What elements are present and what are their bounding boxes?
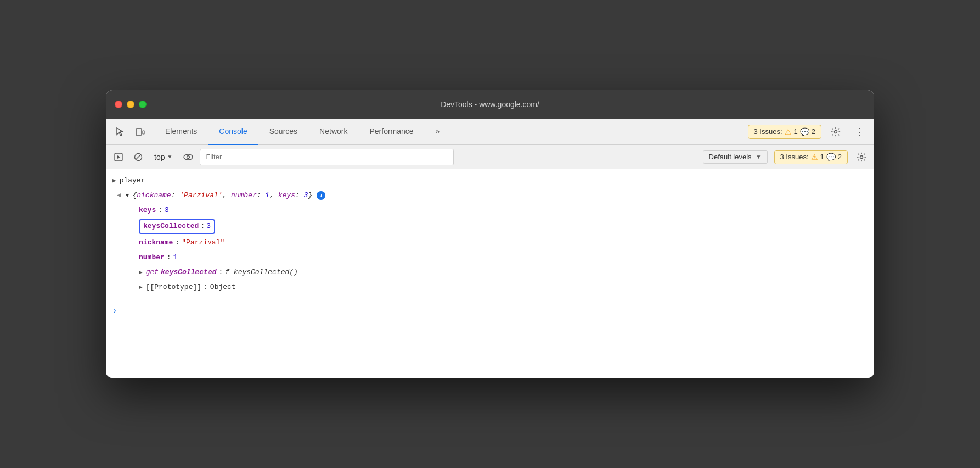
- filter-input[interactable]: [200, 149, 454, 165]
- svg-marker-4: [117, 155, 120, 159]
- info-icon[interactable]: i: [317, 191, 325, 200]
- console-settings-button[interactable]: [853, 149, 870, 165]
- tab-list: Elements Console Sources Network Perform…: [154, 119, 450, 144]
- cursor-prompt-icon: ›: [112, 307, 117, 315]
- colon: :: [204, 282, 208, 293]
- log-levels-dropdown[interactable]: Default levels ▼: [703, 150, 768, 164]
- tab-performance[interactable]: Performance: [358, 119, 424, 145]
- console-group-player[interactable]: ▶ player: [106, 174, 874, 188]
- expand-arrow-icon[interactable]: ▶: [112, 176, 116, 186]
- getter-key-label: keysCollected: [161, 267, 216, 278]
- dropdown-arrow-icon: ▼: [756, 154, 762, 160]
- svg-point-2: [835, 130, 837, 133]
- colon: :: [200, 221, 205, 232]
- devtools-window: DevTools - www.google.com/ Elements Cons…: [106, 90, 874, 378]
- tab-network[interactable]: Network: [308, 119, 358, 145]
- get-label: get: [146, 267, 159, 278]
- proto-key-label: [[Prototype]]: [146, 282, 201, 293]
- clear-errors-button[interactable]: [130, 149, 147, 165]
- tab-console[interactable]: Console: [208, 119, 258, 145]
- context-selector[interactable]: top ▼: [150, 151, 177, 164]
- run-button[interactable]: [110, 149, 127, 165]
- prop-number[interactable]: number : 1: [106, 250, 874, 265]
- title-bar: DevTools - www.google.com/: [106, 90, 874, 119]
- device-toggle-button[interactable]: [130, 122, 150, 142]
- chat-icon-2: 💬: [826, 153, 836, 161]
- prop-prototype[interactable]: ▶ [[Prototype]] : Object: [106, 280, 874, 295]
- chat-icon: 💬: [800, 127, 809, 136]
- maximize-button[interactable]: [139, 101, 147, 108]
- prop-collected-value: 3: [206, 221, 211, 232]
- proto-expand-arrow[interactable]: ▶: [139, 283, 143, 293]
- window-title: DevTools - www.google.com/: [441, 100, 539, 109]
- console-toolbar: top ▼ Default levels ▼ 3 Issues: ⚠ 1 💬 2: [106, 145, 874, 169]
- prop-number-value: 1: [173, 252, 178, 264]
- getter-expand-arrow[interactable]: ▶: [139, 268, 143, 278]
- prop-key-collected-label: keysCollected: [143, 221, 199, 232]
- prop-value: 3: [165, 205, 169, 216]
- toolbar-right: 3 Issues: ⚠ 1 💬 2 ⋮: [748, 122, 870, 142]
- colon: :: [158, 205, 162, 216]
- settings-button[interactable]: [826, 122, 846, 142]
- console-object-line[interactable]: ◀ ▼ {nickname: 'Parzival', number: 1, ke…: [106, 188, 874, 203]
- minimize-button[interactable]: [127, 101, 134, 108]
- svg-rect-0: [136, 129, 142, 135]
- highlight-box: keysCollected : 3: [139, 219, 215, 234]
- colon: :: [218, 267, 223, 278]
- svg-line-6: [136, 154, 141, 159]
- colon: :: [175, 237, 179, 249]
- console-input-line[interactable]: ›: [106, 303, 874, 319]
- console-issues-badge[interactable]: 3 Issues: ⚠ 1 💬 2: [774, 150, 848, 164]
- cursor-tool-button[interactable]: [110, 122, 130, 142]
- svg-point-7: [184, 154, 193, 160]
- back-nav-icon: ◀: [117, 190, 121, 202]
- prop-key-label: keys: [139, 205, 156, 216]
- colon: :: [167, 252, 171, 264]
- traffic-lights: [115, 101, 147, 108]
- svg-rect-1: [143, 131, 144, 134]
- prop-keys[interactable]: keys : 3: [106, 203, 874, 218]
- prop-keys-collected[interactable]: keysCollected : 3: [106, 218, 874, 236]
- prop-nickname-label: nickname: [139, 237, 173, 249]
- prop-number-label: number: [139, 252, 165, 264]
- prop-getter[interactable]: ▶ get keysCollected : f keysCollected(): [106, 265, 874, 280]
- svg-point-8: [187, 155, 190, 158]
- expand-object-arrow[interactable]: ▼: [126, 191, 129, 201]
- group-label: player: [120, 175, 145, 187]
- console-output: ▶ player ◀ ▼ {nickname: 'Parzival', numb…: [106, 169, 874, 378]
- warning-icon-2: ⚠: [811, 153, 818, 161]
- proto-value: Object: [210, 282, 236, 293]
- getter-function-label: f keysCollected(): [225, 267, 298, 278]
- prop-nickname-value: "Parzival": [182, 237, 224, 249]
- dropdown-arrow-icon: ▼: [167, 154, 172, 160]
- live-expressions-button[interactable]: [180, 149, 196, 165]
- issues-badge[interactable]: 3 Issues: ⚠ 1 💬 2: [748, 125, 822, 139]
- main-toolbar: Elements Console Sources Network Perform…: [106, 119, 874, 145]
- more-options-button[interactable]: ⋮: [850, 122, 870, 142]
- svg-point-9: [860, 155, 863, 158]
- warning-icon: ⚠: [785, 127, 792, 136]
- tab-elements[interactable]: Elements: [154, 119, 208, 145]
- prop-nickname[interactable]: nickname : "Parzival": [106, 236, 874, 250]
- close-button[interactable]: [115, 101, 122, 108]
- tab-sources[interactable]: Sources: [258, 119, 308, 145]
- tab-more[interactable]: »: [425, 119, 451, 145]
- object-preview: {nickname: 'Parzival', number: 1, keys: …: [132, 190, 312, 202]
